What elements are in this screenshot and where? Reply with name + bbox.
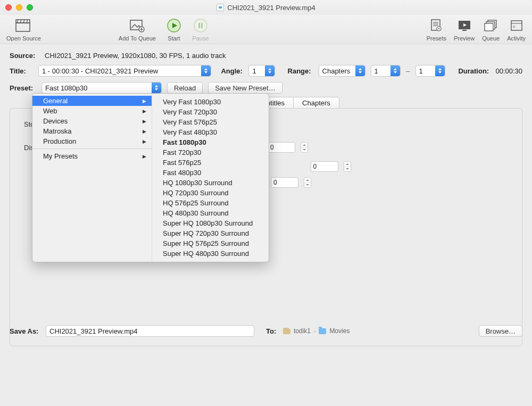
tab-chapters[interactable]: Chapters xyxy=(293,97,339,109)
stepper-icon xyxy=(265,65,275,76)
queue-button[interactable]: Queue xyxy=(482,18,500,42)
preset-category-devices[interactable]: Devices xyxy=(32,116,152,126)
crop-bottom-stepper[interactable] xyxy=(304,177,311,188)
range-from-value: 1 xyxy=(375,67,378,75)
crop-top-input[interactable]: 0 xyxy=(268,142,295,153)
destination-path[interactable]: todik1 › Movies xyxy=(283,327,350,335)
source-label: Source: xyxy=(10,52,39,60)
preset-item[interactable]: Super HQ 1080p30 Surround xyxy=(152,218,269,228)
preset-item-selected[interactable]: Fast 1080p30 xyxy=(152,137,269,147)
duration-label: Duration: xyxy=(458,67,490,75)
preset-label: Preset: xyxy=(10,84,36,92)
preset-item[interactable]: HQ 480p30 Surround xyxy=(152,208,269,218)
pause-icon xyxy=(192,18,209,33)
svg-line-3 xyxy=(20,20,21,23)
path-crumb-1: todik1 xyxy=(294,327,311,335)
preset-item[interactable]: Fast 480p30 xyxy=(152,168,269,178)
save-new-preset-button[interactable]: Save New Preset… xyxy=(208,82,282,94)
svg-text:≡: ≡ xyxy=(513,24,516,29)
titlebar: CHI2021_3921 Preview.mp4 xyxy=(0,0,532,15)
presets-label: Presets xyxy=(427,35,446,42)
svg-rect-23 xyxy=(462,30,467,31)
preset-item[interactable]: Super HQ 576p25 Surround xyxy=(152,238,269,248)
preset-menu: General Web Devices Matroska Production … xyxy=(32,93,269,262)
presets-button[interactable]: Presets xyxy=(427,18,446,42)
document-gear-icon xyxy=(428,18,445,33)
preset-item[interactable]: Fast 720p30 xyxy=(152,147,269,158)
angle-value: 1 xyxy=(252,67,256,75)
preset-item[interactable]: HQ 1080p30 Surround xyxy=(152,178,269,188)
preset-value: Fast 1080p30 xyxy=(45,84,88,92)
main-toolbar: Open Source Add To Queue Start Pause Pre… xyxy=(0,15,532,44)
save-as-input[interactable]: CHI2021_3921 Preview.mp4 xyxy=(46,325,254,337)
angle-label: Angle: xyxy=(221,67,243,75)
svg-line-5 xyxy=(27,20,28,23)
svg-line-4 xyxy=(23,20,24,23)
play-icon xyxy=(165,18,182,33)
stepper-icon xyxy=(390,65,400,76)
browse-button[interactable]: Browse… xyxy=(479,325,522,337)
window-title: CHI2021_3921 Preview.mp4 xyxy=(0,4,532,12)
add-to-queue-label: Add To Queue xyxy=(119,35,156,42)
preset-item[interactable]: Very Fast 720p30 xyxy=(152,107,269,117)
range-to-select[interactable]: 1 xyxy=(415,65,446,77)
crop-middle-input[interactable]: 0 xyxy=(311,161,338,172)
preset-item[interactable]: Very Fast 480p30 xyxy=(152,127,269,137)
title-value: 1 - 00:00:30 - CHI2021_3921 Preview xyxy=(42,67,158,75)
stepper-icon xyxy=(201,65,211,76)
file-icon xyxy=(217,4,224,11)
source-value: CHI2021_3921 Preview, 1920x1080, 30 FPS,… xyxy=(45,52,226,60)
range-to-value: 1 xyxy=(419,67,423,75)
preset-item[interactable]: HQ 576p25 Surround xyxy=(152,198,269,208)
range-kind-value: Chapters xyxy=(322,67,351,75)
svg-rect-26 xyxy=(485,23,493,31)
preset-item[interactable]: Super HQ 480p30 Surround xyxy=(152,248,269,259)
open-source-label: Open Source xyxy=(6,35,41,42)
stepper-icon xyxy=(435,65,445,76)
path-crumb-2: Movies xyxy=(329,327,350,335)
home-folder-icon xyxy=(283,328,290,334)
range-from-select[interactable]: 1 xyxy=(371,65,401,77)
preset-item[interactable]: Very Fast 1080p30 xyxy=(152,97,269,107)
preset-item[interactable]: Super HQ 720p30 Surround xyxy=(152,228,269,238)
stepper-icon xyxy=(355,65,365,76)
svg-rect-0 xyxy=(16,23,30,31)
crop-bottom-input[interactable]: 0 xyxy=(271,177,298,188)
activity-button[interactable]: ≡ Activity xyxy=(507,18,526,42)
preset-select[interactable]: Fast 1080p30 xyxy=(41,82,162,94)
range-kind-select[interactable]: Chapters xyxy=(319,65,365,77)
menu-separator xyxy=(32,148,152,149)
title-select[interactable]: 1 - 00:00:30 - CHI2021_3921 Preview xyxy=(38,65,211,77)
svg-point-20 xyxy=(438,28,440,30)
preview-label: Preview xyxy=(454,35,475,42)
preset-item[interactable]: HQ 720p30 Surround xyxy=(152,188,269,198)
add-to-queue-button[interactable]: Add To Queue xyxy=(119,18,156,42)
crop-middle-stepper[interactable] xyxy=(344,161,351,172)
preset-category-production[interactable]: Production xyxy=(32,136,152,146)
image-plus-icon xyxy=(129,18,146,33)
crop-top-stepper[interactable] xyxy=(301,142,308,153)
chevron-right-icon: › xyxy=(314,328,315,334)
open-source-button[interactable]: Open Source xyxy=(6,18,41,42)
start-button[interactable]: Start xyxy=(165,18,182,42)
preset-category-matroska[interactable]: Matroska xyxy=(32,126,152,136)
preset-categories: General Web Devices Matroska Production … xyxy=(32,94,152,262)
svg-line-2 xyxy=(17,20,18,23)
dropdown-icon xyxy=(152,82,161,93)
preset-category-mypresets[interactable]: My Presets xyxy=(32,151,152,161)
reload-button[interactable]: Reload xyxy=(167,82,203,94)
activity-label: Activity xyxy=(507,35,526,42)
queue-label: Queue xyxy=(482,35,500,42)
terminal-icon: ≡ xyxy=(508,18,525,33)
preset-item[interactable]: Fast 576p25 xyxy=(152,158,269,168)
preset-category-web[interactable]: Web xyxy=(32,106,152,116)
save-as-label: Save As: xyxy=(10,327,40,335)
save-footer: Save As: CHI2021_3921 Preview.mp4 To: to… xyxy=(10,325,522,337)
preset-category-general[interactable]: General xyxy=(32,96,152,106)
preset-item[interactable]: Very Fast 576p25 xyxy=(152,117,269,127)
angle-select[interactable]: 1 xyxy=(248,65,275,77)
svg-rect-14 xyxy=(201,23,203,28)
range-dash: – xyxy=(406,67,410,75)
to-label: To: xyxy=(266,327,278,335)
preview-button[interactable]: Preview xyxy=(454,18,475,42)
